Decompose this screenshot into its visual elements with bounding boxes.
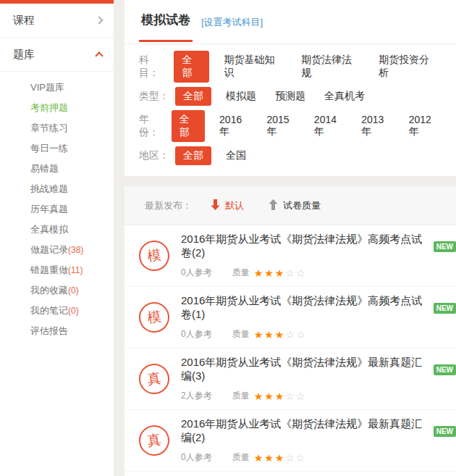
- filter-row-type: 类型： 全部 模拟题 预测题 全真机考: [139, 81, 456, 111]
- paper-title-row: 2016年期货从业考试《期货法律法规》最新真题汇编(2) NEW: [181, 417, 456, 445]
- filter-row-region: 地区： 全部 全国: [139, 141, 456, 170]
- sidebar-item-assessment-report[interactable]: 评估报告: [0, 321, 114, 341]
- sort-option-label: 试卷质量: [283, 199, 321, 212]
- sidebar-item-label: 全真模拟: [30, 223, 68, 236]
- sidebar-item-vip-bank[interactable]: VIP题库: [0, 78, 114, 98]
- star-rating: ★★★☆☆: [254, 267, 307, 279]
- filter-option-selected[interactable]: 全部: [175, 87, 211, 106]
- filter-option[interactable]: 期货投资分析: [379, 54, 437, 80]
- sidebar-item-notes[interactable]: 我的笔记 (0): [0, 301, 114, 321]
- quality-label: 质量: [232, 390, 250, 402]
- filter-option[interactable]: 期货法律法规: [301, 54, 360, 80]
- paper-type-stamp: 模: [137, 238, 171, 272]
- filter-option[interactable]: 2012年: [409, 114, 437, 138]
- item-count: (11): [68, 265, 83, 275]
- sidebar-item-full-simulation[interactable]: 全真模拟: [0, 220, 114, 240]
- sort-asc-icon: [269, 199, 278, 212]
- sidebar-item-label: 评估报告: [30, 325, 68, 338]
- sidebar-item-error-prone[interactable]: 易错题: [0, 159, 114, 179]
- sidebar-item-label: 考前押题: [30, 101, 68, 114]
- filter-option[interactable]: 全真机考: [324, 90, 365, 103]
- star-empty-icon: ☆☆: [285, 391, 306, 402]
- filter-option[interactable]: 全国: [226, 149, 246, 162]
- paper-title[interactable]: 2016年期货从业考试《期货法律法规》高频考点试卷(2): [181, 233, 428, 260]
- main-content: 模拟试卷 [设置考试科目] 科目： 全部 期货基础知识 期货法律法规 期货投资分…: [124, 0, 456, 476]
- star-filled-icon: ★★★: [254, 329, 286, 341]
- page-title: 模拟试卷: [139, 0, 193, 42]
- paper-title[interactable]: 2016年期货从业考试《期货法律法规》最新真题汇编(3): [181, 356, 428, 383]
- paper-list-item[interactable]: 模 2016年期货从业考试《期货法律法规》高频考点试卷(1) NEW 0人参考 …: [124, 287, 456, 348]
- new-badge: NEW: [434, 303, 456, 314]
- filter-option[interactable]: 2016年: [219, 114, 248, 138]
- filter-option[interactable]: 2013年: [361, 114, 389, 138]
- paper-meta: 0人参考 质量 ★★★☆☆: [181, 328, 456, 341]
- paper-title[interactable]: 2016年期货从业考试《期货法律法规》最新真题汇编(2): [181, 417, 428, 445]
- star-filled-icon: ★★★: [254, 391, 286, 402]
- paper-body: 2016年期货从业考试《期货法律法规》最新真题汇编(2) NEW 0人参考 质量…: [181, 417, 456, 464]
- paper-meta: 0人参考 质量 ★★★☆☆: [181, 451, 456, 464]
- filter-option[interactable]: 模拟题: [226, 90, 256, 103]
- participants-count: 0人参考: [181, 451, 212, 464]
- paper-list-panel: 最新发布： 默认 试卷质量 模: [124, 186, 456, 476]
- filter-rows: 科目： 全部 期货基础知识 期货法律法规 期货投资分析 类型： 全部 模拟题 预…: [124, 44, 456, 176]
- star-empty-icon: ☆☆: [285, 329, 306, 341]
- filter-option[interactable]: 2015年: [266, 114, 295, 138]
- sidebar-item-past-papers[interactable]: 历年真题: [0, 199, 114, 220]
- sidebar-item-redo-wrong[interactable]: 错题重做 (11): [0, 260, 114, 280]
- new-badge: NEW: [434, 241, 456, 252]
- participants-count: 0人参考: [181, 328, 212, 341]
- sidebar-section-question-bank[interactable]: 题库: [0, 38, 114, 72]
- new-badge: NEW: [434, 364, 456, 375]
- sidebar-item-label: 我的收藏: [30, 284, 68, 297]
- quality-label: 质量: [232, 451, 250, 464]
- filter-option-selected[interactable]: 全部: [175, 146, 211, 165]
- chevron-right-icon: [95, 16, 103, 24]
- paper-list-item[interactable]: 真 2016年期货从业考试《期货法律法规》最新真题汇编(2) NEW 0人参考 …: [124, 410, 456, 472]
- sidebar-item-label: 章节练习: [30, 122, 68, 135]
- filter-option-selected[interactable]: 全部: [172, 110, 205, 142]
- paper-list-item[interactable]: 模 2016年期货从业考试《期货法律法规》高频考点试卷(2) NEW 0人参考 …: [124, 225, 456, 287]
- sort-quality[interactable]: 试卷质量: [269, 199, 321, 212]
- sidebar-item-chapter-practice[interactable]: 章节练习: [0, 118, 114, 138]
- paper-body: 2016年期货从业考试《期货法律法规》高频考点试卷(2) NEW 0人参考 质量…: [181, 233, 456, 279]
- star-rating: ★★★☆☆: [254, 329, 307, 341]
- paper-body: 2016年期货从业考试《期货法律法规》最新真题汇编(3) NEW 2人参考 质量…: [181, 356, 456, 402]
- filter-label: 年份：: [139, 113, 166, 139]
- new-badge: NEW: [434, 426, 456, 437]
- filter-option[interactable]: 2014年: [314, 114, 342, 138]
- sidebar-section-courses[interactable]: 课程: [0, 4, 114, 38]
- sidebar-item-challenge-questions[interactable]: 挑战难题: [0, 179, 114, 199]
- sidebar-item-favorites[interactable]: 我的收藏 (0): [0, 280, 114, 301]
- page: 课程 题库 题库首页 做题方式 VIP题库: [0, 0, 456, 476]
- participants-count: 2人参考: [181, 390, 212, 402]
- sort-default[interactable]: 默认: [211, 199, 244, 212]
- paper-title-row: 2016年期货从业考试《期货法律法规》最新真题汇编(3) NEW: [181, 356, 456, 383]
- sidebar-item-practice-records[interactable]: 做题记录 (38): [0, 240, 114, 260]
- paper-title-row: 2016年期货从业考试《期货法律法规》高频考点试卷(2) NEW: [181, 233, 456, 260]
- sidebar-item-label: 易错题: [30, 162, 59, 175]
- star-filled-icon: ★★★: [254, 267, 286, 279]
- sidebar-item-label: 历年真题: [30, 203, 68, 216]
- filter-label: 科目：: [139, 54, 168, 80]
- star-rating: ★★★☆☆: [254, 391, 307, 402]
- set-exam-subject-link[interactable]: [设置考试科目]: [201, 0, 263, 44]
- participants-count: 0人参考: [181, 267, 212, 279]
- paper-list-item[interactable]: 真 2016年期货从业考试《期货法律法规》最新真题汇编(3) NEW 2人参考 …: [124, 348, 456, 410]
- item-count: (0): [68, 306, 79, 316]
- item-count: (0): [68, 285, 79, 296]
- paper-title[interactable]: 2016年期货从业考试《期货法律法规》高频考点试卷(1): [181, 294, 428, 322]
- filter-panel: 模拟试卷 [设置考试科目] 科目： 全部 期货基础知识 期货法律法规 期货投资分…: [124, 0, 456, 176]
- filter-label: 地区：: [139, 149, 169, 162]
- filter-row-year: 年份： 全部 2016年 2015年 2014年 2013年 2012年: [139, 111, 456, 141]
- sidebar: 课程 题库 题库首页 做题方式 VIP题库: [0, 0, 114, 476]
- filter-option-selected[interactable]: 全部: [174, 51, 209, 83]
- filter-option[interactable]: 期货基础知识: [224, 54, 282, 80]
- sort-desc-icon: [211, 199, 220, 212]
- item-count: (38): [68, 245, 83, 255]
- sidebar-item-exam-predictions[interactable]: 考前押题: [0, 98, 114, 118]
- sidebar-section-label: 题库: [13, 48, 35, 62]
- paper-type-stamp: 真: [137, 423, 171, 457]
- quality-label: 质量: [232, 267, 250, 279]
- filter-option[interactable]: 预测题: [275, 90, 305, 103]
- sidebar-item-daily-practice[interactable]: 每日一练: [0, 138, 114, 159]
